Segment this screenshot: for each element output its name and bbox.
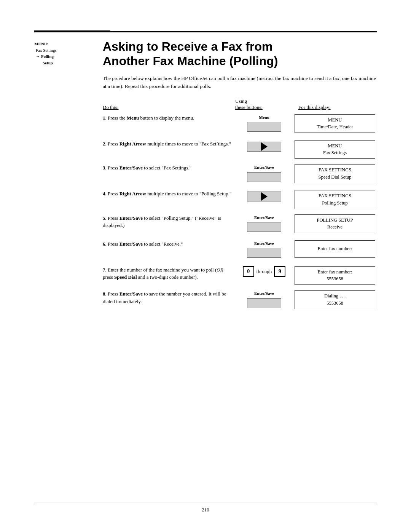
step-3-display: FAX SETTINGS Speed Dial Setup bbox=[295, 163, 377, 189]
step-5-display: POLLING SETUP Receive bbox=[295, 213, 377, 239]
step-2-button bbox=[235, 139, 295, 163]
step-7-text: 7. Enter the number of the fax machine y… bbox=[103, 265, 235, 289]
table-row: 3. Press Enter/Save to select "Fax Setti… bbox=[103, 163, 377, 189]
bottom-rule bbox=[34, 503, 377, 503]
table-row: 1. Press the Menu button to display the … bbox=[103, 113, 377, 139]
step-5-button: Enter/Save bbox=[235, 213, 295, 239]
table-row: 7. Enter the number of the fax machine y… bbox=[103, 265, 377, 289]
instructions-table: Do this: Using these buttons: For this d… bbox=[103, 98, 377, 315]
page-title: Asking to Receive a Fax from Another Fax… bbox=[103, 39, 377, 69]
title-column: Asking to Receive a Fax from Another Fax… bbox=[103, 39, 377, 315]
table-row: 4. Press Right Arrow multiple times to m… bbox=[103, 189, 377, 213]
table-row: 8. Press Enter/Save to save the number y… bbox=[103, 289, 377, 315]
step-4-button bbox=[235, 189, 295, 213]
table-row: 5. Press Enter/Save to select "Polling S… bbox=[103, 213, 377, 239]
table-row: 2. Press Right Arrow multiple times to m… bbox=[103, 139, 377, 163]
breadcrumb-polling-setup: → Polling Setup bbox=[36, 53, 95, 66]
step-2-text: 2. Press Right Arrow multiple times to m… bbox=[103, 139, 235, 163]
breadcrumb-arrow: → bbox=[36, 53, 40, 60]
bottom-section: 210 bbox=[34, 503, 377, 513]
step-8-text: 8. Press Enter/Save to save the number y… bbox=[103, 289, 235, 315]
key-zero: 0 bbox=[243, 266, 254, 277]
breadcrumb: MENU: Fax Settings → Polling Setup bbox=[34, 39, 95, 66]
page-number: 210 bbox=[34, 507, 377, 513]
key-nine: 9 bbox=[274, 266, 285, 277]
header-section: MENU: Fax Settings → Polling Setup Askin… bbox=[34, 32, 377, 315]
step-3-text: 3. Press Enter/Save to select "Fax Setti… bbox=[103, 163, 235, 189]
step-6-text: 6. Press Enter/Save to select "Receive." bbox=[103, 239, 235, 265]
page: MENU: Fax Settings → Polling Setup Askin… bbox=[0, 0, 411, 532]
col-header-buttons: Using these buttons: bbox=[235, 98, 295, 113]
menu-label: MENU: bbox=[34, 42, 48, 46]
step-6-display: Enter fax number: bbox=[295, 239, 377, 265]
col-header-do: Do this: bbox=[103, 98, 235, 113]
step-5-text: 5. Press Enter/Save to select "Polling S… bbox=[103, 213, 235, 239]
step-4-text: 4. Press Right Arrow multiple times to m… bbox=[103, 189, 235, 213]
step-6-button: Enter/Save bbox=[235, 239, 295, 265]
breadcrumb-fax-settings: Fax Settings bbox=[36, 47, 95, 54]
step-2-display: MENU Fax Settings bbox=[295, 139, 377, 163]
step-8-button: Enter/Save bbox=[235, 289, 295, 315]
step-7-display: Enter fax number: 5553658 bbox=[295, 265, 377, 289]
step-4-display: FAX SETTINGS Polling Setup bbox=[295, 189, 377, 213]
step-3-button: Enter/Save bbox=[235, 163, 295, 189]
breadcrumb-polling-label: Polling Setup bbox=[41, 53, 54, 66]
col-header-display: For this display: bbox=[295, 98, 377, 113]
step-1-display: MENU Time/Date, Header bbox=[295, 113, 377, 139]
step-7-button: 0 through 9 bbox=[235, 265, 295, 289]
step-1-text: 1. Press the Menu button to display the … bbox=[103, 113, 235, 139]
step-8-display: Dialing . . . 5553658 bbox=[295, 289, 377, 315]
step-1-button: Menu bbox=[235, 113, 295, 139]
table-row: 6. Press Enter/Save to select "Receive."… bbox=[103, 239, 377, 265]
intro-paragraph: The prcedure below explains how the HP O… bbox=[103, 75, 377, 91]
